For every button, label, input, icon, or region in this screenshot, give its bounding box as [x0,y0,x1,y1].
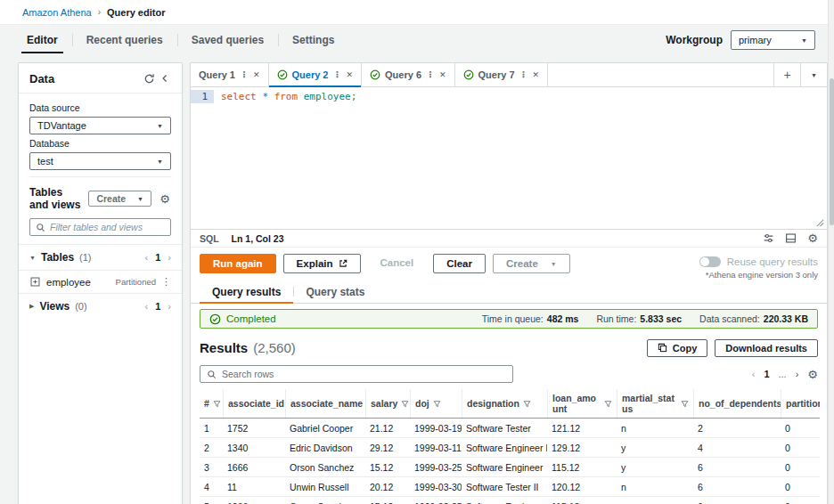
kebab-menu-icon[interactable]: ⋮ [519,70,528,79]
search-rows-input[interactable] [222,369,506,379]
column-header[interactable]: loan_amount [547,389,617,418]
filter-icon[interactable] [523,400,531,408]
column-header[interactable]: designation [462,389,547,418]
query-tab-1[interactable]: Query 1 ⋮ ✕ [191,63,269,86]
split-view-icon[interactable] [785,232,797,244]
data-source-select[interactable]: TDVantage ▼ [29,117,171,134]
copy-button[interactable]: Copy [647,339,708,357]
kebab-menu-icon[interactable]: ⋮ [161,277,171,287]
tab-settings[interactable]: Settings [278,25,348,55]
gear-icon[interactable]: ⚙ [807,369,818,380]
query-tab-2[interactable]: Query 2 ⋮ ✕ [269,63,363,86]
column-header[interactable]: associate_id [223,389,285,418]
divider [29,176,171,177]
next-page-icon[interactable]: › [168,301,171,312]
cancel-label: Cancel [380,257,414,268]
create-button[interactable]: Create ▼ [88,191,151,207]
sql-editor[interactable]: 1 select * from employee; [191,87,827,230]
tab-saved-queries[interactable]: Saved queries [177,25,278,55]
table-item-employee[interactable]: employee Partitioned ⋮ [19,270,182,293]
data-scanned-stat: Data scanned:220.33 KB [699,313,808,324]
close-icon[interactable]: ✕ [439,70,446,79]
filter-icon[interactable] [604,400,612,408]
tables-section-row[interactable]: ▼ Tables (1) ‹ 1 › [19,244,182,270]
prev-page-icon[interactable]: ‹ [752,369,756,379]
clear-button[interactable]: Clear [433,254,486,273]
prev-page-icon[interactable]: ‹ [145,252,149,263]
editor-code-line[interactable]: select * from employee; [214,87,364,229]
collapse-panel-icon[interactable] [157,71,173,85]
tab-query-stats[interactable]: Query stats [293,280,377,303]
query-tab-6[interactable]: Query 6 ⋮ ✕ [362,63,455,86]
refresh-icon[interactable] [141,71,157,85]
column-header[interactable]: # [200,389,223,418]
close-icon[interactable]: ✕ [253,70,260,79]
tab-recent-queries[interactable]: Recent queries [72,25,177,55]
run-again-button[interactable]: Run again [200,254,276,273]
cell: 120.12 [547,477,617,496]
column-header[interactable]: no_of_dependents [693,389,781,418]
expand-table-icon[interactable] [29,276,41,288]
breadcrumb-amazon-athena[interactable]: Amazon Athena [22,7,92,18]
table-row[interactable]: 1 1752 Gabriel Cooper 21.12 1999-03-19 S… [200,419,820,438]
query-tab-label: Query 1 [199,69,235,80]
query-tab-list-button[interactable]: ▼ [800,63,827,86]
views-section-row[interactable]: ▶ Views (0) ‹ 1 › [19,293,182,319]
table-row[interactable]: 5 1866 Orson Sanchez 15.12 1999-03-25 So… [200,497,820,504]
close-icon[interactable]: ✕ [533,70,540,79]
download-results-button[interactable]: Download results [715,339,818,357]
next-page-icon[interactable]: › [168,252,171,263]
table-row[interactable]: 3 1666 Orson Sanchez 15.12 1999-03-25 So… [200,458,820,477]
filter-icon[interactable] [401,400,409,408]
prev-page-icon[interactable]: ‹ [145,301,149,312]
column-header[interactable]: martial_status [617,389,693,418]
column-header[interactable]: associate_name [285,389,365,418]
query-tab-label: Query 6 [385,69,421,80]
cell: Software Engineer [462,497,547,504]
table-name[interactable]: employee [46,277,91,288]
table-row[interactable]: 2 1340 Edric Davidson 29.12 1999-03-11 S… [200,438,820,458]
workgroup-value: primary [739,35,794,45]
pagination-ellipsis: ... [779,369,787,379]
workgroup-select[interactable]: primary ▼ [731,30,815,50]
filter-icon[interactable] [433,400,441,408]
explain-button[interactable]: Explain [283,254,361,273]
cell: 115.12 [547,497,617,504]
cell: 1866 [223,497,285,504]
cell: 129.12 [547,438,617,457]
column-header[interactable]: salary [365,389,410,418]
gear-icon[interactable]: ⚙ [157,191,173,206]
filter-tables-input[interactable] [50,222,165,232]
athena-query-editor-page: Amazon Athena › Query editor Editor Rece… [0,0,834,504]
column-header[interactable]: doj [410,389,462,418]
column-header[interactable]: partition [781,389,820,418]
kebab-menu-icon[interactable]: ⋮ [426,70,435,79]
copy-icon [658,343,667,353]
reuse-results-toggle[interactable] [699,256,721,267]
current-page-number[interactable]: 1 [764,369,769,379]
create-dropdown-button[interactable]: Create ▼ [493,254,570,273]
scrollbar-thumb[interactable] [830,78,834,225]
workgroup-label: Workgroup [666,34,723,46]
add-query-tab-button[interactable]: + [773,63,800,86]
database-select[interactable]: test ▼ [29,152,171,170]
gear-icon[interactable]: ⚙ [807,232,818,244]
cell: 6 [693,477,781,496]
kebab-menu-icon[interactable]: ⋮ [332,70,341,79]
cell: y [617,438,693,457]
kebab-menu-icon[interactable]: ⋮ [240,70,249,79]
table-row[interactable]: 4 11 Unwin Russell 20.12 1999-03-30 Soft… [200,477,820,497]
tab-editor[interactable]: Editor [12,25,72,55]
cancel-button[interactable]: Cancel [368,254,427,272]
query-tab-7[interactable]: Query 7 ⋮ ✕ [455,63,549,86]
cell: Software Engineer II [462,438,547,457]
close-icon[interactable]: ✕ [346,70,353,79]
editor-preferences-icon[interactable] [763,232,774,244]
breadcrumb: Amazon Athena › Query editor [0,0,834,25]
filter-icon[interactable] [213,400,221,408]
next-page-icon[interactable]: › [796,369,799,379]
filter-icon[interactable] [681,400,689,408]
vertical-scrollbar[interactable] [828,0,834,504]
resize-handle-icon[interactable] [816,219,824,227]
tab-query-results[interactable]: Query results [200,280,293,303]
